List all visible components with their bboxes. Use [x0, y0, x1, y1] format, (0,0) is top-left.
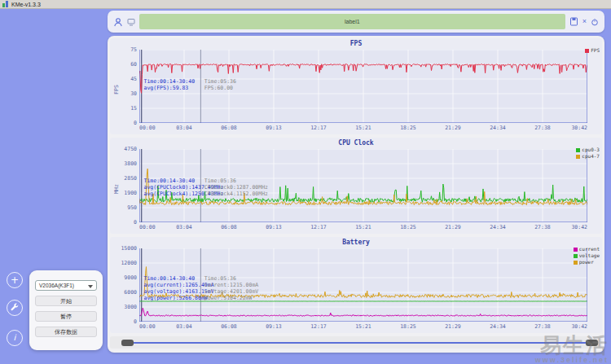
- legend-swatch: [576, 155, 580, 159]
- chart-title: FPS: [110, 40, 602, 47]
- wrench-icon: [10, 300, 20, 315]
- y-tick-label: 0: [115, 121, 139, 126]
- x-tick-label: 18:25: [400, 225, 416, 230]
- x-axis-labels: 00:0003:0406:0809:1312:1715:2118:2521:29…: [139, 225, 587, 232]
- y-tick-label: 3800: [115, 161, 139, 167]
- control-panel: V2036A(K3F1) 开始 暂停 保存数据: [29, 270, 103, 350]
- chart-legend: FPS: [585, 48, 600, 55]
- chart-card-fps: FPSFPS01530456075Time:00:14-30:40 avg(FP…: [110, 38, 602, 134]
- x-axis-labels: 00:0003:0406:0809:1312:1715:2118:2521:29…: [139, 324, 587, 331]
- legend-label: current: [579, 247, 600, 252]
- save-data-button[interactable]: 保存数据: [35, 327, 97, 337]
- legend-label: FPS: [591, 48, 600, 53]
- info-button[interactable]: i: [7, 330, 23, 346]
- chart-legend: cpu0-3cpu4-7: [576, 147, 600, 160]
- device-select[interactable]: V2036A(K3F1): [35, 280, 97, 291]
- legend-item-cpu4-7[interactable]: cpu4-7: [576, 154, 600, 159]
- legend-label: cpu0-3: [582, 147, 600, 152]
- x-tick-label: 12:17: [310, 125, 327, 131]
- save-icon[interactable]: [569, 17, 578, 26]
- connected-device-bar[interactable]: label1: [139, 14, 565, 29]
- y-tick-label: 950: [115, 205, 139, 211]
- x-tick-label: 09:13: [266, 225, 282, 230]
- settings-button[interactable]: [7, 300, 23, 316]
- start-button[interactable]: 开始: [35, 296, 97, 306]
- pause-button[interactable]: 暂停: [35, 311, 97, 322]
- scrollbar-handle-right[interactable]: [586, 340, 598, 346]
- y-tick-label: 45: [115, 77, 139, 82]
- legend-item-voltage[interactable]: voltage: [574, 253, 600, 258]
- add-button[interactable]: +: [7, 272, 23, 288]
- legend-label: voltage: [579, 253, 600, 258]
- x-tick-label: 15:21: [355, 225, 371, 230]
- x-tick-label: 21:29: [445, 324, 461, 330]
- y-tick-label: 1900: [115, 191, 139, 196]
- device-screen-icon[interactable]: [127, 18, 135, 26]
- y-tick-label: 15: [115, 106, 139, 112]
- chart-plot: 03000600090001200015000Time:00:14-30:40 …: [139, 248, 587, 322]
- chart-legend: currentvoltagepower: [574, 247, 600, 266]
- charts-panel: FPSFPS01530456075Time:00:14-30:40 avg(FP…: [108, 36, 604, 353]
- device-select-value: V2036A(K3F1): [39, 283, 74, 288]
- user-icon[interactable]: [113, 17, 123, 27]
- x-tick-label: 18:25: [400, 125, 416, 131]
- y-tick-label: 60: [115, 62, 139, 68]
- window-title: KMe-v1.3.3: [11, 2, 41, 7]
- watermark-site: www.3elife.net: [535, 356, 609, 364]
- legend-swatch: [585, 49, 589, 53]
- x-tick-label: 06:08: [221, 225, 237, 230]
- x-tick-label: 00:00: [139, 324, 156, 330]
- x-tick-label: 27:38: [534, 225, 551, 230]
- legend-item-FPS[interactable]: FPS: [585, 48, 600, 53]
- scrollbar-track[interactable]: [123, 342, 596, 344]
- x-tick-label: 12:17: [310, 324, 327, 330]
- x-tick-label: 30:42: [571, 225, 587, 230]
- x-tick-label: 21:29: [445, 125, 461, 131]
- chart-title: Battery: [110, 239, 602, 246]
- legend-swatch: [576, 148, 580, 152]
- chart-plot: 09501900285038004750Time:00:14-30:40 avg…: [139, 149, 587, 222]
- charts-area: FPSFPS01530456075Time:00:14-30:40 avg(FP…: [110, 38, 602, 333]
- app-window: KMe-v1.3.3 label1 ×: [0, 0, 611, 364]
- close-icon[interactable]: ×: [582, 18, 587, 25]
- chevron-down-icon: [88, 285, 93, 288]
- chart-annotation-cursor: Time:05:36 CPUClock0:1287.00MHz CPUClock…: [204, 178, 268, 197]
- y-tick-label: 12000: [115, 261, 139, 266]
- title-bar: KMe-v1.3.3: [0, 0, 611, 9]
- chart-card-cpu-clock: CPU ClockMHz09501900285038004750Time:00:…: [110, 138, 602, 234]
- timeline-scrollbar[interactable]: [110, 336, 602, 349]
- legend-item-current[interactable]: current: [574, 247, 600, 252]
- chart-card-battery: Battery03000600090001200015000Time:00:14…: [110, 237, 602, 333]
- top-toolbar: label1 ×: [108, 11, 604, 33]
- x-tick-label: 30:42: [571, 324, 587, 330]
- plus-icon: +: [11, 275, 19, 285]
- x-tick-label: 21:29: [445, 225, 461, 230]
- y-tick-label: 4750: [115, 147, 139, 152]
- y-tick-label: 75: [115, 47, 139, 53]
- power-icon[interactable]: [591, 18, 599, 26]
- x-tick-label: 30:42: [571, 125, 587, 131]
- legend-label: power: [579, 260, 594, 265]
- y-tick-label: 0: [115, 220, 139, 226]
- chart-annotation-summary: Time:00:14-30:40 avg(current):1265.49mA …: [144, 276, 214, 301]
- chart-plot: 01530456075Time:00:14-30:40 avg(FPS):59.…: [139, 50, 587, 123]
- x-tick-label: 27:38: [534, 125, 551, 131]
- device-bar-label: label1: [345, 19, 360, 24]
- scrollbar-handle-left[interactable]: [121, 340, 134, 346]
- x-tick-label: 03:04: [176, 225, 192, 230]
- legend-item-power[interactable]: power: [574, 260, 600, 265]
- x-tick-label: 06:08: [221, 324, 237, 330]
- x-tick-label: 27:38: [534, 324, 551, 330]
- x-tick-label: 12:17: [310, 225, 327, 230]
- chart-annotation-cursor: Time:05:36 current:1215.00mA voltage:420…: [204, 276, 259, 301]
- x-tick-label: 24:34: [490, 125, 506, 131]
- y-tick-label: 15000: [115, 246, 139, 252]
- legend-swatch: [574, 248, 578, 252]
- chart-annotation-cursor: Time:05:36 FPS:60.00: [204, 79, 236, 92]
- legend-label: cpu4-7: [582, 154, 600, 159]
- chart-title: CPU Clock: [110, 139, 602, 147]
- legend-item-cpu0-3[interactable]: cpu0-3: [576, 147, 600, 152]
- x-tick-label: 15:21: [355, 324, 371, 330]
- y-tick-label: 3000: [115, 305, 139, 310]
- x-tick-label: 15:21: [355, 125, 371, 131]
